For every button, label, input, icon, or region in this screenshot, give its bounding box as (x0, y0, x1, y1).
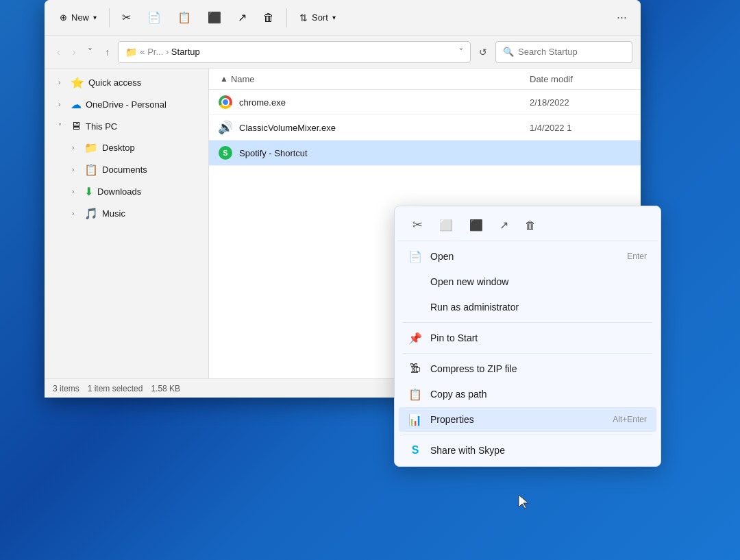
quick-access-label: Quick access (88, 77, 141, 88)
address-current: Startup (171, 47, 200, 57)
open-new-window-label: Open new window (430, 276, 639, 287)
sidebar-item-this-pc[interactable]: ˅ 🖥 This PC (47, 116, 206, 136)
copy-path-label: Copy as path (430, 389, 639, 400)
address-bar: ‹ › ˅ ↑ 📁 « Pr... › Startup ˅ ↺ 🔍 (45, 36, 641, 69)
volume-app-icon: 🔊 (218, 120, 233, 135)
mouse-cursor (517, 494, 531, 513)
spotify-file-icon: S (217, 145, 234, 161)
context-menu-item-pin-start[interactable]: 📌 Pin to Start (399, 326, 656, 350)
refresh-icon: ↺ (479, 47, 487, 58)
open-new-window-icon (408, 275, 422, 289)
onedrive-icon: ☁ (71, 98, 82, 111)
paste-button[interactable]: 📋 (171, 7, 198, 28)
toolbar: ⊕ New ▾ ✂ 📄 📋 ⬛ ↗ 🗑 ⇅ Sort ▾ ··· (45, 0, 641, 36)
sidebar-item-downloads[interactable]: › ⬇ Downloads (61, 181, 206, 202)
expand-icon: › (58, 79, 66, 86)
context-menu-item-open-new-window[interactable]: Open new window (399, 269, 656, 294)
compress-zip-icon: 🗜 (408, 362, 422, 376)
new-chevron-icon: ▾ (93, 14, 97, 21)
sort-button[interactable]: ⇅ Sort ▾ (293, 8, 343, 27)
chrome-file-date: 2/18/2022 (530, 97, 632, 108)
sidebar-item-onedrive[interactable]: › ☁ OneDrive - Personal (47, 94, 206, 115)
folder-icon: 📁 (125, 47, 137, 58)
search-icon: 🔍 (503, 47, 514, 57)
pin-start-label: Pin to Start (430, 332, 639, 343)
context-menu-item-run-admin[interactable]: Run as administrator (399, 295, 656, 319)
context-menu-divider-3 (403, 435, 652, 435)
context-menu-item-share-skype[interactable]: S Share with Skype (399, 438, 656, 463)
sidebar-item-desktop[interactable]: › 📁 Desktop (61, 137, 206, 158)
sidebar-item-quick-access[interactable]: › ⭐ Quick access (47, 72, 206, 93)
col-date-header: Date modif (530, 74, 632, 84)
cut-button[interactable]: ✂ (115, 7, 138, 28)
file-row-spotify[interactable]: S Spotify - Shortcut (209, 141, 641, 166)
compress-zip-label: Compress to ZIP file (430, 363, 639, 374)
items-count: 3 items (53, 384, 79, 393)
spotify-app-icon: S (219, 146, 232, 160)
recent-locations-icon: ˅ (88, 47, 92, 58)
more-button[interactable]: ··· (611, 8, 632, 27)
file-list-header: ▲ Name Date modif (209, 69, 641, 90)
file-row-classicvolumemixer[interactable]: 🔊 ClassicVolumeMixer.exe 1/4/2022 1 (209, 115, 641, 141)
classicvolumemixer-file-date: 1/4/2022 1 (530, 123, 632, 133)
search-input[interactable] (518, 47, 625, 57)
expand-icon: › (72, 144, 80, 151)
context-menu-item-compress-zip[interactable]: 🗜 Compress to ZIP file (399, 356, 656, 381)
new-icon: ⊕ (60, 12, 67, 23)
up-button[interactable]: ↑ (101, 44, 114, 60)
this-pc-icon: 🖥 (71, 120, 82, 132)
share-icon: ↗ (238, 11, 247, 24)
context-menu-item-copy-path[interactable]: 📋 Copy as path (399, 382, 656, 406)
context-delete-icon: 🗑 (525, 219, 536, 231)
onedrive-label: OneDrive - Personal (86, 99, 166, 110)
search-box[interactable]: 🔍 (495, 41, 632, 63)
documents-label: Documents (102, 165, 147, 175)
downloads-icon: ⬇ (84, 185, 93, 198)
col-name-header: Name (231, 74, 530, 84)
rename-button[interactable]: ⬛ (201, 7, 228, 28)
run-admin-icon (408, 300, 422, 314)
expand-icon: › (72, 166, 80, 173)
back-button[interactable]: ‹ (53, 44, 64, 60)
address-path: « Pr... › Startup (140, 47, 456, 57)
context-menu-item-properties[interactable]: 📊 Properties Alt+Enter (399, 407, 656, 432)
classicvolumemixer-file-name: ClassicVolumeMixer.exe (239, 123, 530, 133)
context-menu-toolbar: ✂ ⬜ ⬛ ↗ 🗑 (397, 209, 658, 241)
forward-button[interactable]: › (69, 44, 80, 60)
skype-icon: S (408, 443, 422, 457)
desktop-icon: 📁 (84, 141, 98, 154)
context-paste-icon: ⬛ (469, 219, 483, 231)
forward-icon: › (73, 47, 76, 58)
delete-button[interactable]: 🗑 (256, 8, 281, 28)
desktop-label: Desktop (102, 143, 135, 153)
volume-file-icon: 🔊 (217, 119, 234, 136)
refresh-button[interactable]: ↺ (475, 44, 491, 60)
spotify-file-name: Spotify - Shortcut (239, 148, 530, 158)
context-delete-button[interactable]: 🗑 (518, 214, 543, 236)
context-paste-button[interactable]: ⬛ (463, 214, 490, 236)
new-button[interactable]: ⊕ New ▾ (53, 8, 103, 27)
context-copy-button[interactable]: ⬜ (432, 214, 460, 236)
context-share-button[interactable]: ↗ (493, 214, 515, 236)
back-icon: ‹ (57, 47, 60, 58)
address-prefix: « Pr... › (140, 47, 171, 57)
file-row-chrome[interactable]: chrome.exe 2/18/2022 (209, 90, 641, 115)
sidebar-submenu-this-pc: › 📁 Desktop › 📋 Documents › ⬇ Downloads … (45, 137, 208, 224)
recent-locations-button[interactable]: ˅ (84, 44, 97, 60)
this-pc-label: This PC (86, 121, 117, 132)
open-icon: 📄 (408, 249, 422, 263)
copy-button[interactable]: 📄 (140, 7, 168, 28)
sort-icon: ⇅ (299, 12, 308, 23)
context-menu: ✂ ⬜ ⬛ ↗ 🗑 📄 Open Enter Open new window R… (394, 206, 661, 467)
col-sort-up-icon[interactable]: ▲ (217, 73, 231, 85)
context-menu-divider-1 (403, 322, 652, 323)
address-input[interactable]: 📁 « Pr... › Startup ˅ (118, 41, 471, 63)
chrome-file-icon (217, 94, 234, 110)
toolbar-separator-1 (109, 8, 110, 27)
context-cut-button[interactable]: ✂ (406, 213, 430, 236)
share-button[interactable]: ↗ (231, 7, 254, 28)
context-menu-item-open[interactable]: 📄 Open Enter (399, 244, 656, 269)
rename-icon: ⬛ (208, 11, 221, 24)
sidebar-item-music[interactable]: › 🎵 Music (61, 203, 206, 224)
sidebar-item-documents[interactable]: › 📋 Documents (61, 159, 206, 180)
